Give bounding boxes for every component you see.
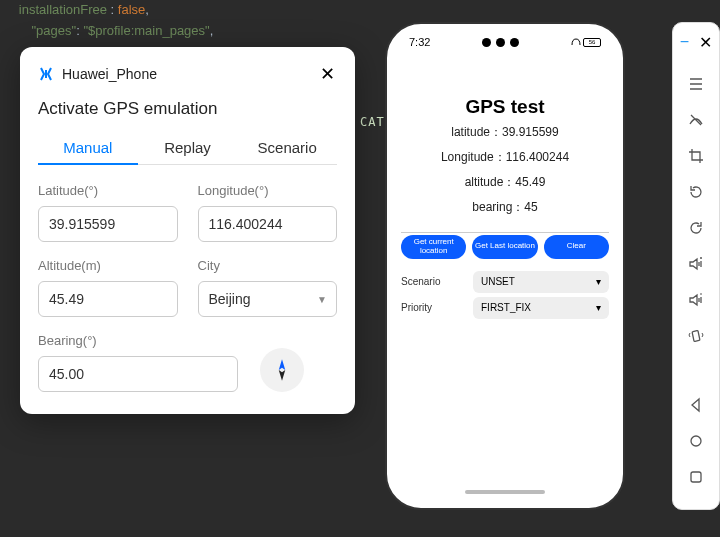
- altitude-label: Altitude(m): [38, 258, 178, 273]
- longitude-display: Longitude：116.400244: [441, 149, 569, 166]
- compass-icon[interactable]: [260, 348, 304, 392]
- rotate-left-icon[interactable]: [686, 178, 706, 206]
- divider: [401, 232, 609, 233]
- svg-rect-4: [691, 472, 701, 482]
- svg-point-3: [691, 436, 701, 446]
- svg-marker-1: [279, 370, 286, 381]
- home-indicator: [465, 490, 545, 494]
- svg-rect-2: [692, 330, 700, 341]
- emulator-toolbar: − ✕: [672, 22, 720, 510]
- get-current-button[interactable]: Get current location: [401, 235, 466, 259]
- status-time: 7:32: [409, 36, 430, 48]
- recent-icon[interactable]: [686, 463, 706, 491]
- rotate-right-icon[interactable]: [686, 214, 706, 242]
- latitude-display: latitude：39.915599: [451, 124, 558, 141]
- chevron-down-icon: ▾: [596, 276, 601, 287]
- device-logo-icon: [38, 66, 54, 82]
- battery-icon: 56: [571, 38, 601, 47]
- shake-icon[interactable]: [686, 322, 706, 350]
- chevron-down-icon: ▾: [596, 302, 601, 313]
- dialog-header: Huawei_Phone ✕: [38, 63, 337, 85]
- crop-icon[interactable]: [686, 142, 706, 170]
- app-title: GPS test: [465, 96, 544, 118]
- tab-scenario[interactable]: Scenario: [237, 131, 337, 164]
- tab-manual[interactable]: Manual: [38, 131, 138, 164]
- volume-down-icon[interactable]: [686, 286, 706, 314]
- close-icon[interactable]: ✕: [699, 33, 712, 52]
- clear-button[interactable]: Clear: [544, 235, 609, 259]
- bearing-label: Bearing(°): [38, 333, 238, 348]
- latitude-input[interactable]: [38, 206, 178, 242]
- priority-select[interactable]: FIRST_FIX ▾: [473, 297, 609, 319]
- tabs: Manual Replay Scenario: [38, 131, 337, 165]
- close-icon[interactable]: ✕: [317, 63, 337, 85]
- gps-emulation-dialog: Huawei_Phone ✕ Activate GPS emulation Ma…: [20, 47, 355, 414]
- home-icon[interactable]: [686, 427, 706, 455]
- menu-icon[interactable]: [686, 70, 706, 98]
- bearing-display: bearing：45: [472, 199, 537, 216]
- camera-cutout: [482, 38, 519, 47]
- back-icon[interactable]: [686, 391, 706, 419]
- longitude-label: Longitude(°): [198, 183, 338, 198]
- minimize-icon[interactable]: −: [680, 33, 689, 52]
- no-signal-icon[interactable]: [686, 106, 706, 134]
- altitude-display: altitude：45.49: [465, 174, 546, 191]
- device-name: Huawei_Phone: [62, 66, 157, 82]
- svg-marker-0: [279, 359, 286, 370]
- scenario-label: Scenario: [401, 276, 473, 287]
- latitude-label: Latitude(°): [38, 183, 178, 198]
- priority-label: Priority: [401, 302, 473, 313]
- tab-replay[interactable]: Replay: [138, 131, 238, 164]
- bearing-input[interactable]: [38, 356, 238, 392]
- phone-emulator: 7:32 56 GPS test latitude：39.915599 Long…: [385, 22, 625, 510]
- volume-up-icon[interactable]: [686, 250, 706, 278]
- altitude-input[interactable]: [38, 281, 178, 317]
- city-select[interactable]: [198, 281, 338, 317]
- city-label: City: [198, 258, 338, 273]
- status-bar: 7:32 56: [387, 34, 623, 50]
- scenario-select[interactable]: UNSET ▾: [473, 271, 609, 293]
- longitude-input[interactable]: [198, 206, 338, 242]
- get-last-button[interactable]: Get Last location: [472, 235, 537, 259]
- dialog-heading: Activate GPS emulation: [38, 99, 337, 119]
